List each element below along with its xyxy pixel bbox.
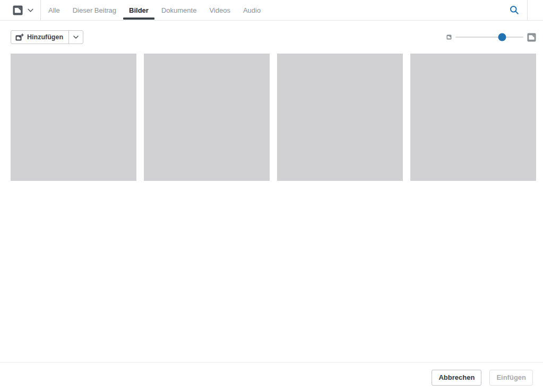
image-icon [13,5,23,15]
tab-dokumente[interactable]: Dokumente [155,0,203,20]
search-icon [509,5,520,15]
tab-alle[interactable]: Alle [42,0,66,20]
modal-footer: Abbrechen Einfügen [0,362,543,392]
tab-bar: Alle Dieser Beitrag Bilder Dokumente Vid… [42,0,267,20]
media-library-modal: Alle Dieser Beitrag Bilder Dokumente Vid… [0,0,543,392]
thumbnail-size-control [446,33,536,42]
media-thumbnail[interactable] [11,54,136,181]
chevron-down-icon [27,7,34,14]
tab-dieser-beitrag[interactable]: Dieser Beitrag [66,0,123,20]
tab-audio[interactable]: Audio [237,0,267,20]
add-media-label: Hinzufügen [27,33,63,41]
media-thumbnail[interactable] [277,54,403,181]
add-image-icon [15,33,24,41]
cancel-button[interactable]: Abbrechen [432,370,481,386]
media-content [0,54,543,362]
add-media-button[interactable]: Hinzufügen [11,31,68,43]
tab-videos[interactable]: Videos [203,0,237,20]
insert-button[interactable]: Einfügen [489,370,533,386]
topbar-corner [528,0,543,20]
media-thumbnail[interactable] [144,54,270,181]
search-button[interactable] [502,0,527,20]
media-type-button[interactable] [0,0,40,20]
topbar-spacer [267,0,502,20]
add-media-split-button: Hinzufügen [11,30,83,44]
slider-track [455,37,523,38]
media-grid [0,54,543,181]
chevron-down-icon [73,34,79,40]
media-thumbnail[interactable] [410,54,536,181]
thumbnail-size-slider[interactable] [455,33,523,41]
add-media-dropdown-button[interactable] [68,31,83,43]
topbar: Alle Dieser Beitrag Bilder Dokumente Vid… [0,0,543,21]
topbar-divider [40,0,41,20]
tab-bilder[interactable]: Bilder [123,0,155,20]
small-image-icon [446,34,452,40]
media-toolbar: Hinzufügen [0,21,543,54]
slider-handle[interactable] [498,33,506,41]
large-image-icon [527,33,536,42]
